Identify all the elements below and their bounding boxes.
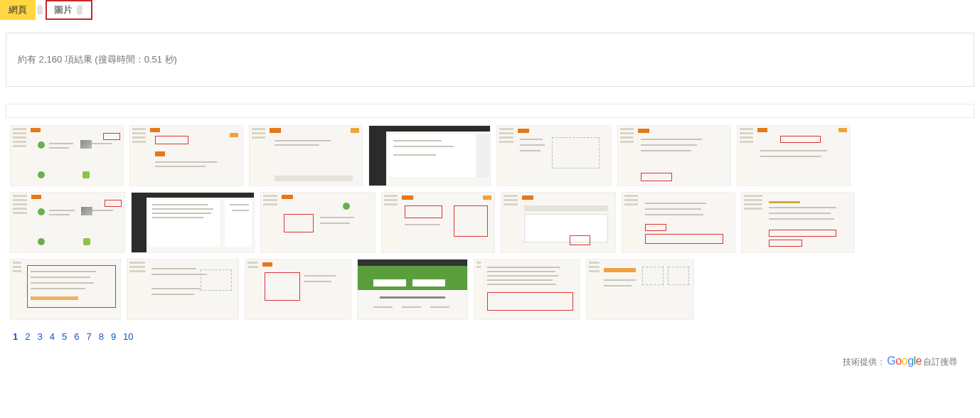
search-tabs: 網頁 圖片 xyxy=(0,0,980,20)
page-link[interactable]: 2 xyxy=(25,331,30,342)
page-link[interactable]: 7 xyxy=(86,331,91,342)
image-grid-row xyxy=(10,125,970,186)
image-result-thumb[interactable] xyxy=(260,192,376,253)
page-link[interactable]: 5 xyxy=(62,331,67,342)
pagination: 12345678910 xyxy=(0,328,980,349)
refinement-bar xyxy=(6,104,974,118)
image-result-thumb[interactable] xyxy=(131,192,255,253)
page-link[interactable]: 6 xyxy=(74,331,79,342)
image-result-thumb[interactable] xyxy=(381,192,495,253)
attribution-footer: 技術提供： Google 自訂搜尋 xyxy=(0,349,980,375)
image-result-thumb[interactable] xyxy=(357,259,468,320)
image-result-thumb[interactable] xyxy=(368,125,491,186)
page-link[interactable]: 9 xyxy=(111,331,116,342)
image-result-thumb[interactable] xyxy=(496,125,612,186)
page-link[interactable]: 3 xyxy=(37,331,42,342)
image-result-thumb[interactable] xyxy=(617,125,731,186)
tab-image-label: 圖片 xyxy=(54,4,73,16)
page-current: 1 xyxy=(13,331,18,342)
tab-image[interactable]: 圖片 xyxy=(46,0,92,20)
google-logo: Google xyxy=(887,355,922,368)
results-summary-text: 約有 2,160 項結果 (搜尋時間：0.51 秒) xyxy=(18,54,177,65)
image-result-thumb[interactable] xyxy=(741,192,855,253)
tab-web[interactable]: 網頁 xyxy=(0,0,36,20)
page-link[interactable]: 4 xyxy=(50,331,55,342)
image-grid-row xyxy=(10,259,970,320)
image-result-thumb[interactable] xyxy=(586,259,694,320)
image-result-thumb[interactable] xyxy=(10,125,124,186)
image-result-thumb[interactable] xyxy=(622,192,735,253)
image-grid-row xyxy=(10,192,970,253)
tab-web-label: 網頁 xyxy=(9,4,27,16)
footer-prefix: 技術提供： xyxy=(843,356,885,368)
image-result-thumb[interactable] xyxy=(245,259,351,320)
image-result-thumb[interactable] xyxy=(10,259,121,320)
image-result-thumb[interactable] xyxy=(474,259,580,320)
results-summary-bar: 約有 2,160 項結果 (搜尋時間：0.51 秒) xyxy=(6,33,974,87)
image-result-thumb[interactable] xyxy=(127,259,239,320)
image-result-thumb[interactable] xyxy=(10,192,125,253)
image-result-thumb[interactable] xyxy=(737,125,851,186)
tab-divider-icon xyxy=(37,5,43,15)
page-link[interactable]: 10 xyxy=(123,331,133,342)
tab-divider-icon xyxy=(77,5,82,15)
image-grid xyxy=(0,118,980,328)
footer-suffix: 自訂搜尋 xyxy=(923,356,957,368)
page-link[interactable]: 8 xyxy=(99,331,104,342)
image-result-thumb[interactable] xyxy=(249,125,363,186)
image-result-thumb[interactable] xyxy=(501,192,616,253)
image-result-thumb[interactable] xyxy=(129,125,243,186)
